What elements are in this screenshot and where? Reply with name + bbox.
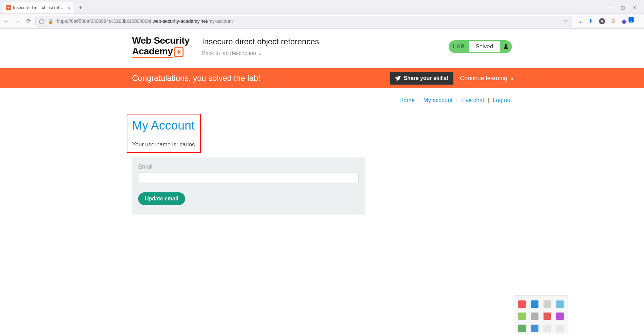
account-highlight-box: My Account Your username is: carlos (127, 114, 201, 153)
nav-buttons: ← → ⟳ (3, 18, 31, 24)
content: Home | My account | Live chat | Log out … (132, 88, 512, 214)
url-bar[interactable]: ◯ 🔒 https://0a6500af0300984cc0293bc10008… (35, 16, 572, 27)
reload-icon[interactable]: ⟳ (26, 18, 31, 24)
menu-icon[interactable]: ≡ (638, 18, 641, 24)
nav-sep: | (456, 97, 457, 103)
downloads-icon[interactable]: ⬇ (589, 18, 593, 24)
twitter-icon (395, 75, 401, 81)
email-label: Email (138, 163, 359, 170)
username-label: Your username is: (132, 141, 179, 148)
nav-sep: | (418, 97, 419, 103)
pocket-icon[interactable]: ⌄ (578, 18, 582, 24)
url-text: https://0a6500af0300984cc0293bc1000800bf… (57, 18, 560, 24)
continue-learning-link[interactable]: Continue learning » (460, 75, 512, 82)
nav-home[interactable]: Home (399, 97, 414, 103)
new-tab-button[interactable]: + (76, 3, 85, 12)
extension-a-icon[interactable]: A (599, 18, 605, 24)
extension-b-icon[interactable]: ⊘ (611, 18, 615, 24)
tab-title: Insecure direct object references (13, 5, 66, 10)
share-skills-button[interactable]: Share your skills! (390, 72, 453, 85)
minimize-icon[interactable]: ― (608, 5, 613, 10)
close-window-icon[interactable]: ✕ (633, 5, 637, 10)
chevron-right-icon: » (259, 51, 260, 56)
url-sub: 0a6500af0300984cc0293bc1000800bf. (71, 18, 153, 24)
url-path: /my-account (207, 18, 233, 24)
lock-icon[interactable]: 🔒 (48, 18, 53, 24)
lab-title: Insecure direct object references (202, 37, 449, 46)
nav-my-account[interactable]: My account (424, 97, 453, 103)
nav-sep: | (488, 97, 489, 103)
back-link-text: Back to lab description (202, 50, 256, 56)
ext-badge: 1 (629, 17, 634, 22)
browser-chrome: Insecure direct object references × + ― … (0, 0, 644, 29)
page: Web Security Academy Insecure direct obj… (0, 29, 644, 214)
bookmark-icon[interactable]: ☆ (564, 18, 568, 24)
tab-favicon-icon (6, 5, 11, 10)
nav-log-out[interactable]: Log out (493, 97, 512, 103)
shield-icon[interactable]: ◯ (39, 18, 44, 24)
username-line: Your username is: carlos (132, 141, 195, 148)
congrats-bar: Congratulations, you solved the lab! Sha… (0, 68, 644, 88)
bolt-icon (174, 47, 184, 57)
username-value: carlos (179, 141, 195, 148)
browser-tab[interactable]: Insecure direct object references × (3, 2, 73, 13)
lab-status-pill: LAB Solved (449, 40, 512, 53)
maximize-icon[interactable]: ▢ (621, 5, 625, 10)
pill-lab-label: LAB (449, 44, 469, 50)
url-prefix: https:// (57, 18, 71, 24)
congrats-message: Congratulations, you solved the lab! (132, 74, 390, 83)
top-nav: Home | My account | Live chat | Log out (132, 97, 512, 104)
chevron-right-icon: » (511, 76, 512, 81)
page-title: My Account (132, 118, 195, 133)
back-to-lab-link[interactable]: Back to lab description » (202, 50, 449, 56)
browser-toolbar: ← → ⟳ ◯ 🔒 https://0a6500af0300984cc0293b… (0, 13, 644, 28)
academy-header: Web Security Academy Insecure direct obj… (132, 29, 512, 68)
academy-logo[interactable]: Web Security Academy (132, 35, 196, 58)
toolbar-right: ⌄ ⬇ A ⊘ ◆1 ≡ (578, 17, 641, 25)
url-host: web-security-academy.net (153, 18, 207, 24)
back-icon[interactable]: ← (3, 18, 9, 24)
share-label: Share your skills! (404, 75, 448, 81)
update-email-button[interactable]: Update email (138, 192, 185, 205)
email-field[interactable] (138, 172, 359, 183)
lab-meta: Insecure direct object references Back t… (202, 37, 449, 56)
email-form: Email Update email (132, 157, 365, 214)
tab-close-icon[interactable]: × (68, 5, 70, 10)
continue-label: Continue learning (460, 75, 508, 82)
flask-icon (500, 44, 512, 50)
nav-live-chat[interactable]: Live chat (461, 97, 484, 103)
forward-icon[interactable]: → (15, 18, 20, 24)
logo-line1: Web Security (132, 35, 190, 46)
tab-strip: Insecure direct object references × + ― … (0, 0, 644, 13)
window-controls: ― ▢ ✕ (608, 5, 641, 10)
logo-line2: Academy (132, 46, 173, 58)
pill-status-label: Solved (469, 41, 500, 52)
extension-c-icon[interactable]: ◆1 (621, 17, 632, 25)
